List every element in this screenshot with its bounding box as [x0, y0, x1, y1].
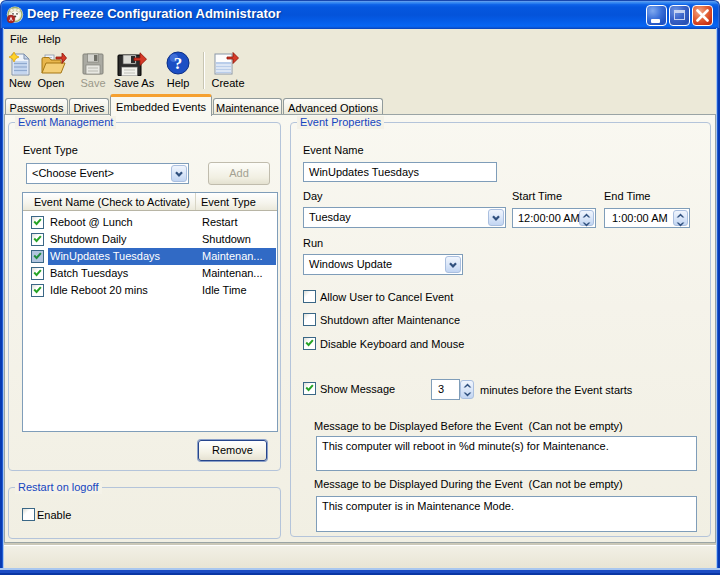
svg-text:?: ?	[174, 54, 183, 73]
